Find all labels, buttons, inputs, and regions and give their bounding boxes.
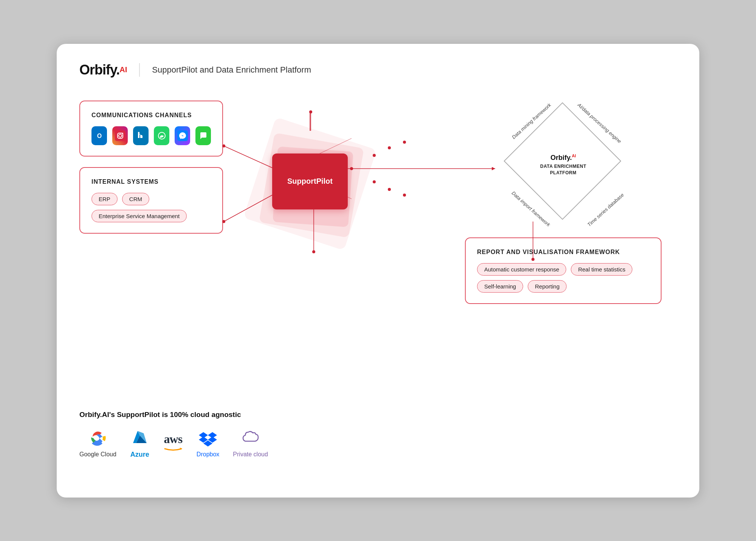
diamond-wrapper: Orbify.AI DATA ENRICHMENT PLATFORM Data …: [499, 104, 627, 225]
diamond-platform-label: DATA ENRICHMENT PLATFORM: [539, 163, 588, 176]
cloud-logos: Google Cloud Azure aws: [79, 428, 677, 459]
cloud-section: Orbify.AI's SupportPilot is 100% cloud a…: [79, 411, 677, 459]
header: Orbify.AI SupportPilot and Data Enrichme…: [79, 62, 677, 78]
svg-point-27: [403, 141, 406, 144]
tag-reporting: Reporting: [528, 280, 567, 293]
report-framework-tags: Automatic customer response Real time st…: [477, 263, 649, 293]
logo-ai: AI: [119, 65, 127, 74]
svg-point-9: [138, 132, 139, 133]
outlook-icon: O: [91, 126, 107, 145]
header-divider: [139, 63, 140, 77]
supportpilot-box: SupportPilot: [272, 153, 348, 209]
diamond-logo: Orbify.AI: [550, 153, 576, 162]
instagram-icon: [112, 126, 128, 145]
private-cloud-label: Private cloud: [233, 451, 268, 458]
svg-rect-8: [138, 133, 139, 138]
right-column: Orbify.AI DATA ENRICHMENT PLATFORM Data …: [450, 93, 677, 304]
azure-logo: Azure: [130, 428, 150, 459]
logo: Orbify.AI: [79, 62, 127, 78]
svg-marker-41: [180, 448, 182, 450]
internal-systems-title: INTERNAL SYSTEMS: [91, 178, 211, 185]
internal-systems-tags: ERP CRM Enterprise Service Management: [91, 193, 211, 222]
internal-systems-box: INTERNAL SYSTEMS ERP CRM Enterprise Serv…: [79, 167, 223, 234]
google-cloud-logo: Google Cloud: [79, 428, 116, 458]
whatsapp-icon: [154, 126, 169, 145]
main-card: Orbify.AI SupportPilot and Data Enrichme…: [57, 44, 699, 498]
private-cloud-logo: Private cloud: [233, 428, 268, 458]
imessage-icon: [195, 126, 211, 145]
azure-label: Azure: [130, 451, 149, 459]
tag-realtime-stats: Real time statistics: [571, 263, 632, 276]
supportpilot-area: SupportPilot: [242, 116, 378, 259]
tag-auto-response: Automatic customer response: [477, 263, 566, 276]
tag-self-learning: Self-learning: [477, 280, 523, 293]
svg-point-26: [388, 188, 391, 191]
messenger-icon: [175, 126, 190, 145]
cloud-title: Orbify.AI's SupportPilot is 100% cloud a…: [79, 411, 677, 419]
svg-point-28: [403, 194, 406, 197]
header-subtitle: SupportPilot and Data Enrichment Platfor…: [152, 65, 311, 75]
svg-point-25: [388, 146, 391, 149]
logo-text: Orbify.: [79, 62, 119, 78]
svg-point-18: [309, 110, 312, 113]
diagram-area: COMMUNICATIONS CHANNELS O in: [79, 93, 677, 403]
comm-channels-title: COMMUNICATIONS CHANNELS: [91, 112, 211, 119]
tag-esm: Enterprise Service Management: [91, 210, 187, 222]
svg-rect-2: [115, 130, 125, 141]
report-framework-box: REPORT AND VISUALISATION FRAMEWORK Autom…: [465, 237, 662, 304]
channel-icons: O in: [91, 126, 211, 145]
diamond-logo-ai: AI: [572, 153, 576, 158]
report-framework-title: REPORT AND VISUALISATION FRAMEWORK: [477, 249, 649, 256]
tag-erp: ERP: [91, 193, 118, 205]
dropbox-label: Dropbox: [197, 451, 219, 458]
aws-text: aws: [164, 432, 183, 446]
left-column: COMMUNICATIONS CHANNELS O in: [79, 101, 223, 234]
azure-icon: [130, 428, 150, 448]
aws-logo: aws: [163, 432, 183, 454]
linkedin-icon: in: [133, 126, 149, 145]
comm-channels-box: COMMUNICATIONS CHANNELS O in: [79, 101, 223, 157]
google-cloud-label: Google Cloud: [79, 451, 116, 458]
aws-arrow-icon: [163, 446, 183, 451]
svg-text:O: O: [97, 133, 101, 139]
private-cloud-icon: [241, 428, 260, 448]
tag-crm: CRM: [122, 193, 149, 205]
svg-point-5: [122, 133, 123, 134]
dropbox-icon: [198, 428, 218, 448]
google-cloud-icon: [88, 428, 108, 448]
dropbox-logo: Dropbox: [197, 428, 219, 458]
